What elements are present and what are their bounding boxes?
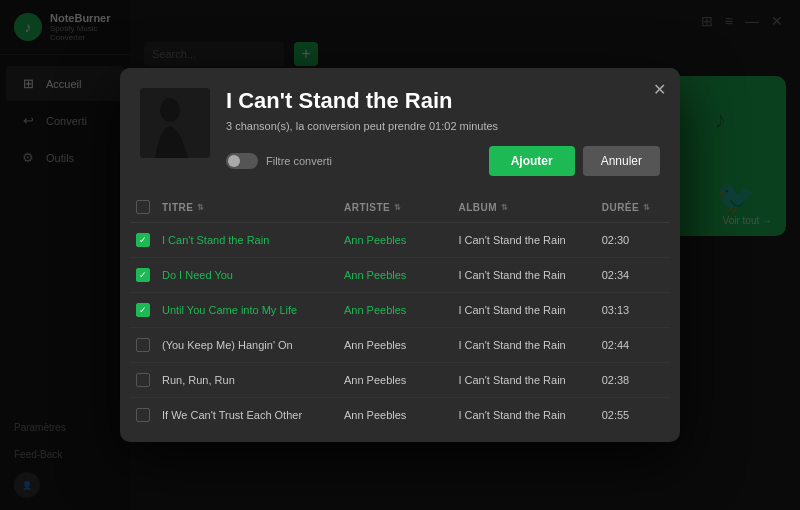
modal-header: I Can't Stand the Rain 3 chanson(s), la … xyxy=(120,68,680,192)
modal-info: I Can't Stand the Rain 3 chanson(s), la … xyxy=(226,88,660,176)
modal-title: I Can't Stand the Rain xyxy=(226,88,660,114)
th-artiste: ARTISTE ⇅ xyxy=(338,192,452,223)
filter-label: Filtre converti xyxy=(266,155,332,167)
row-album-5: I Can't Stand the Rain xyxy=(452,398,595,433)
artiste-sort-icon[interactable]: ⇅ xyxy=(394,203,402,212)
row-duree-0: 02:30 xyxy=(596,223,670,258)
table-row: I Can't Stand the Rain Ann Peebles I Can… xyxy=(130,223,670,258)
row-checkbox-cell xyxy=(130,258,156,293)
duree-sort-icon[interactable]: ⇅ xyxy=(643,203,651,212)
row-artiste-4: Ann Peebles xyxy=(338,363,452,398)
duree-label: DURÉE xyxy=(602,202,640,213)
row-duree-4: 02:38 xyxy=(596,363,670,398)
row-duree-2: 03:13 xyxy=(596,293,670,328)
tracks-tbody: I Can't Stand the Rain Ann Peebles I Can… xyxy=(130,223,670,433)
row-checkbox-2[interactable] xyxy=(136,303,150,317)
row-artiste-5: Ann Peebles xyxy=(338,398,452,433)
album-art xyxy=(140,88,210,158)
th-album: ALBUM ⇅ xyxy=(452,192,595,223)
row-titre-3: (You Keep Me) Hangin' On xyxy=(156,328,338,363)
filter-switch[interactable] xyxy=(226,153,258,169)
table-row: (You Keep Me) Hangin' On Ann Peebles I C… xyxy=(130,328,670,363)
row-artiste-3: Ann Peebles xyxy=(338,328,452,363)
row-checkbox-0[interactable] xyxy=(136,233,150,247)
row-titre-5: If We Can't Trust Each Other xyxy=(156,398,338,433)
album-sort-icon[interactable]: ⇅ xyxy=(501,203,509,212)
row-album-1: I Can't Stand the Rain xyxy=(452,258,595,293)
row-album-3: I Can't Stand the Rain xyxy=(452,328,595,363)
row-checkbox-5[interactable] xyxy=(136,408,150,422)
titre-label: TITRE xyxy=(162,202,193,213)
row-album-2: I Can't Stand the Rain xyxy=(452,293,595,328)
row-artiste-2: Ann Peebles xyxy=(338,293,452,328)
titre-sort-icon[interactable]: ⇅ xyxy=(197,203,205,212)
row-titre-2: Until You Came into My Life xyxy=(156,293,338,328)
row-album-0: I Can't Stand the Rain xyxy=(452,223,595,258)
row-checkbox-cell xyxy=(130,223,156,258)
table-row: Until You Came into My Life Ann Peebles … xyxy=(130,293,670,328)
tracks-table: TITRE ⇅ ARTISTE ⇅ ALBUM xyxy=(130,192,670,432)
row-duree-3: 02:44 xyxy=(596,328,670,363)
row-checkbox-4[interactable] xyxy=(136,373,150,387)
th-duree: DURÉE ⇅ xyxy=(596,192,670,223)
th-titre: TITRE ⇅ xyxy=(156,192,338,223)
row-checkbox-cell xyxy=(130,398,156,433)
modal-table-container: TITRE ⇅ ARTISTE ⇅ ALBUM xyxy=(120,192,680,442)
svg-point-1 xyxy=(160,98,180,122)
row-titre-0: I Can't Stand the Rain xyxy=(156,223,338,258)
modal-filter-row: Filtre converti Ajouter Annuler xyxy=(226,146,660,176)
artiste-label: ARTISTE xyxy=(344,202,390,213)
modal-dialog: I Can't Stand the Rain 3 chanson(s), la … xyxy=(120,68,680,442)
ajouter-button[interactable]: Ajouter xyxy=(489,146,575,176)
album-art-image xyxy=(140,88,210,158)
table-row: If We Can't Trust Each Other Ann Peebles… xyxy=(130,398,670,433)
row-artiste-1: Ann Peebles xyxy=(338,258,452,293)
row-artiste-0: Ann Peebles xyxy=(338,223,452,258)
row-checkbox-cell xyxy=(130,293,156,328)
row-checkbox-cell xyxy=(130,363,156,398)
row-titre-1: Do I Need You xyxy=(156,258,338,293)
row-checkbox-3[interactable] xyxy=(136,338,150,352)
th-checkbox xyxy=(130,192,156,223)
table-row: Do I Need You Ann Peebles I Can't Stand … xyxy=(130,258,670,293)
row-titre-4: Run, Run, Run xyxy=(156,363,338,398)
row-checkbox-1[interactable] xyxy=(136,268,150,282)
modal-overlay: I Can't Stand the Rain 3 chanson(s), la … xyxy=(0,0,800,510)
modal-subtitle: 3 chanson(s), la conversion peut prendre… xyxy=(226,120,660,132)
table-header: TITRE ⇅ ARTISTE ⇅ ALBUM xyxy=(130,192,670,223)
modal-close-button[interactable]: ✕ xyxy=(653,80,666,99)
album-label: ALBUM xyxy=(458,202,497,213)
toggle-knob xyxy=(228,155,240,167)
row-duree-5: 02:55 xyxy=(596,398,670,433)
annuler-button[interactable]: Annuler xyxy=(583,146,660,176)
modal-action-buttons: Ajouter Annuler xyxy=(489,146,660,176)
row-album-4: I Can't Stand the Rain xyxy=(452,363,595,398)
header-checkbox[interactable] xyxy=(136,200,150,214)
table-row: Run, Run, Run Ann Peebles I Can't Stand … xyxy=(130,363,670,398)
row-checkbox-cell xyxy=(130,328,156,363)
row-duree-1: 02:34 xyxy=(596,258,670,293)
silhouette-svg xyxy=(140,88,210,158)
filter-toggle: Filtre converti xyxy=(226,153,332,169)
